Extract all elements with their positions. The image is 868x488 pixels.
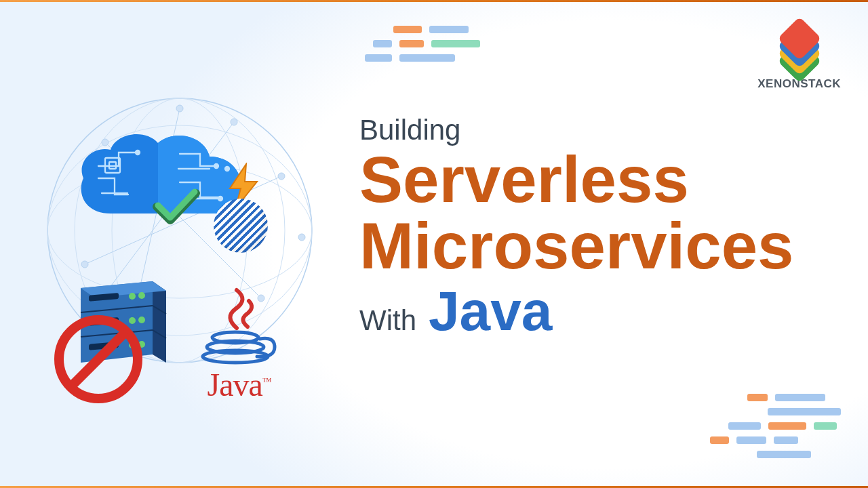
- java-cup-icon: [199, 285, 280, 366]
- server-rack-icon: [64, 274, 170, 376]
- brand-logo: XENONSTACK: [757, 23, 841, 91]
- svg-point-21: [214, 164, 218, 168]
- java-logo: Java™: [180, 285, 298, 403]
- title-block: Building Serverless Microservices With J…: [359, 114, 793, 343]
- top-accent-bar: [0, 0, 868, 2]
- logo-stack-icon: [769, 23, 830, 72]
- striped-sphere-icon: [214, 199, 268, 253]
- title-line-4-emph: Java: [429, 279, 552, 343]
- no-symbol-icon: [51, 312, 146, 407]
- title-line-2: Serverless: [359, 146, 793, 213]
- title-line-3: Microservices: [359, 213, 793, 279]
- cloud-circuit-icon: [71, 125, 248, 227]
- java-label: Java™: [180, 366, 298, 403]
- svg-point-17: [298, 234, 305, 241]
- title-line-1: Building: [359, 114, 793, 146]
- hero-illustration: Java™: [37, 95, 322, 407]
- svg-point-32: [138, 292, 145, 299]
- checkmark-icon: [153, 186, 200, 230]
- svg-point-31: [129, 293, 136, 300]
- svg-point-13: [176, 105, 183, 112]
- svg-point-11: [81, 261, 88, 268]
- svg-point-20: [136, 150, 140, 155]
- code-decoration-top: [393, 26, 480, 62]
- svg-point-23: [218, 197, 222, 201]
- title-line-4-prefix: With: [359, 304, 416, 337]
- svg-line-38: [71, 332, 125, 386]
- svg-point-15: [231, 119, 237, 125]
- code-decoration-bottom: [747, 394, 841, 458]
- svg-point-12: [278, 173, 285, 180]
